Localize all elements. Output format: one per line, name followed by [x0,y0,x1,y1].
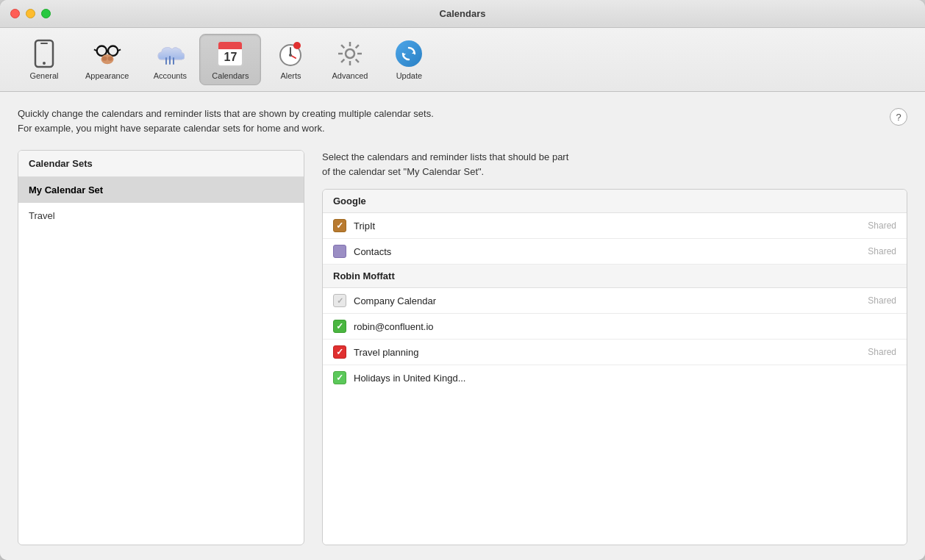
main-window: Calendars General [0,0,925,560]
help-button[interactable]: ? [890,108,907,126]
calendar-name-holidays: Holidays in United Kingd... [354,373,889,384]
tab-update[interactable]: Update [379,35,438,85]
right-description: Select the calendars and reminder lists … [322,150,907,179]
svg-point-2 [43,62,46,65]
svg-line-22 [356,60,359,62]
svg-point-10 [107,57,113,61]
tab-advanced-label: Advanced [332,71,368,80]
calendars-list: Google ✓ TripIt Shared Contacts Shared [322,189,907,545]
svg-rect-1 [40,43,48,44]
close-button[interactable] [10,9,20,18]
calendar-sets-header: Calendar Sets [18,151,304,177]
tab-calendars[interactable]: 17 Calendars [199,34,261,85]
list-item: ✓ Company Calendar Shared [323,288,907,314]
list-item: ✓ Travel planning Shared [323,340,907,365]
calendar-set-item-travel[interactable]: Travel [18,203,304,229]
group-header-google: Google [323,190,907,213]
gear-icon [335,39,365,68]
calendar-name-tripit: TripIt [354,220,860,231]
group-header-robin: Robin Moffatt [323,265,907,288]
calendar-name-travel-planning: Travel planning [354,347,860,358]
toolbar: General Appearance [0,28,925,92]
cloud-icon [155,39,185,68]
svg-line-23 [356,45,359,48]
window-title: Calendars [440,8,486,19]
svg-point-4 [108,46,118,56]
clock-icon [276,39,305,68]
main-content: Quickly change the calendars and reminde… [0,92,925,560]
shared-label-tripit: Shared [868,220,896,231]
calendar-name-contacts: Contacts [354,246,860,257]
shared-label-travel-planning: Shared [868,347,896,357]
calendar-date-number: 17 [218,49,242,65]
info-bar: Quickly change the calendars and reminde… [18,107,907,135]
svg-point-15 [293,42,301,49]
calendar-icon: 17 [215,39,245,68]
maximize-button[interactable] [41,9,51,18]
left-panel: Calendar Sets My Calendar Set Travel [18,150,304,545]
tab-accounts[interactable]: Accounts [140,35,199,85]
tab-calendars-label: Calendars [212,71,249,80]
svg-point-16 [346,49,354,58]
info-description: Quickly change the calendars and reminde… [18,107,878,135]
traffic-lights [10,9,51,18]
calendar-set-item-my[interactable]: My Calendar Set [18,177,304,203]
checkbox-robin-confluent[interactable]: ✓ [333,320,346,333]
titlebar: Calendars [0,0,925,28]
svg-point-3 [96,46,106,56]
info-line1: Quickly change the calendars and reminde… [18,108,434,134]
calendar-name-company: Company Calendar [354,295,860,306]
minimize-button[interactable] [26,9,35,18]
glasses-icon [93,39,122,68]
tab-appearance[interactable]: Appearance [74,35,140,85]
checkbox-company[interactable]: ✓ [333,294,346,307]
list-item: ✓ TripIt Shared [323,213,907,239]
checkbox-holidays[interactable]: ✓ [333,371,346,384]
refresh-icon [394,39,424,68]
main-area: Calendar Sets My Calendar Set Travel Sel… [18,150,907,545]
shared-label-company: Shared [868,295,896,306]
tab-advanced[interactable]: Advanced [320,35,379,85]
svg-point-9 [102,57,107,61]
svg-point-14 [289,54,292,57]
tab-alerts[interactable]: Alerts [261,35,320,85]
checkbox-tripit[interactable]: ✓ [333,219,346,232]
shared-label-contacts: Shared [868,246,896,256]
right-panel: Select the calendars and reminder lists … [304,150,907,545]
list-item: Contacts Shared [323,239,907,265]
tab-general-label: General [29,71,58,80]
list-item: ✓ robin@confluent.io [323,314,907,340]
tab-alerts-label: Alerts [280,71,301,80]
tab-appearance-label: Appearance [85,71,129,80]
checkbox-contacts[interactable] [333,245,346,258]
svg-line-24 [341,60,344,62]
calendar-name-robin-confluent: robin@confluent.io [354,321,889,332]
tab-accounts-label: Accounts [154,71,187,80]
phone-icon [29,39,59,68]
list-item: ✓ Holidays in United Kingd... [323,365,907,390]
tab-general[interactable]: General [15,35,74,85]
checkbox-travel-planning[interactable]: ✓ [333,345,346,359]
svg-line-21 [341,45,344,48]
tab-update-label: Update [396,71,422,80]
